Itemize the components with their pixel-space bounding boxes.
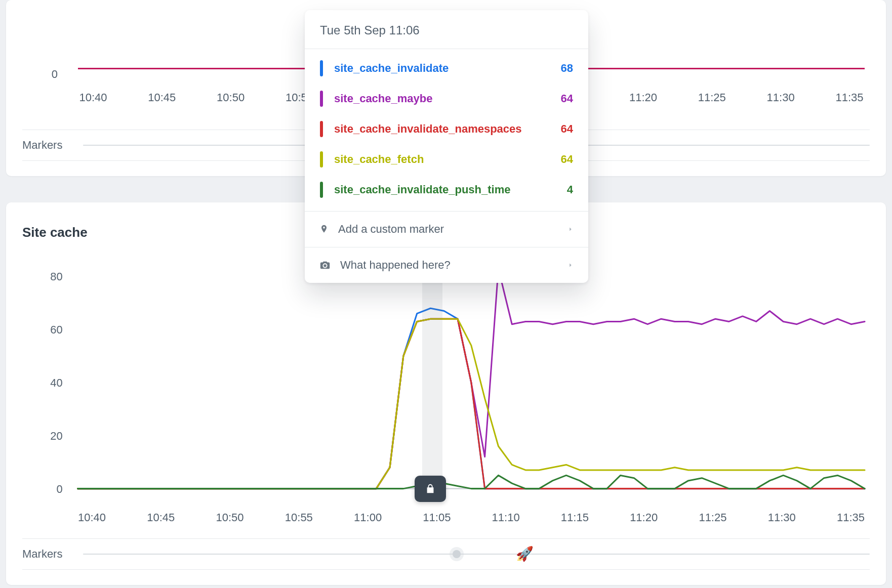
bottom-chart-y-tick: 0 <box>57 483 63 495</box>
bottom-chart-x-tick: 11:15 <box>561 511 589 524</box>
series-color-swatch <box>320 91 323 107</box>
top-chart-y-axis: 0 <box>22 15 58 71</box>
bottom-chart-x-tick: 11:00 <box>354 511 382 524</box>
map-pin-icon <box>319 223 329 236</box>
lock-icon <box>425 483 436 494</box>
bottom-chart-plot[interactable]: 020406080 <box>22 258 870 504</box>
camera-icon <box>319 260 331 271</box>
series-color-swatch <box>320 151 323 167</box>
series-value: 64 <box>553 153 573 166</box>
top-chart-y-tick: 0 <box>52 68 58 81</box>
top-chart-markers-label: Markers <box>22 139 78 152</box>
series-color-swatch <box>320 60 323 76</box>
chevron-right-icon <box>567 223 574 236</box>
bottom-chart-x-tick: 10:50 <box>216 511 244 524</box>
tooltip-timestamp: Tue 5th Sep 11:06 <box>305 10 588 49</box>
series-color-swatch <box>320 121 323 137</box>
tooltip-series-row[interactable]: site_cache_invalidate_namespaces64 <box>315 114 578 144</box>
tooltip-series-list: site_cache_invalidate68site_cache_maybe6… <box>305 49 588 211</box>
chevron-right-icon <box>567 259 574 272</box>
tooltip-series-row[interactable]: site_cache_fetch64 <box>315 144 578 175</box>
bottom-chart-y-tick: 40 <box>50 376 62 389</box>
series-value: 4 <box>553 183 573 196</box>
add-custom-marker-label: Add a custom marker <box>338 223 444 236</box>
tooltip-series-row[interactable]: site_cache_maybe64 <box>315 83 578 114</box>
bottom-chart-x-tick: 11:25 <box>699 511 726 524</box>
chart-tooltip: Tue 5th Sep 11:06 site_cache_invalidate6… <box>305 10 588 283</box>
bottom-chart-x-tick: 11:10 <box>492 511 520 524</box>
tooltip-series-row[interactable]: site_cache_invalidate_push_time4 <box>315 175 578 205</box>
bottom-chart-markers-label: Markers <box>22 548 78 561</box>
series-name: site_cache_maybe <box>334 92 545 105</box>
bottom-chart-x-tick: 11:05 <box>423 511 451 524</box>
series-line <box>78 319 865 488</box>
chart-selection-band <box>422 258 442 489</box>
bottom-chart-y-tick: 80 <box>50 270 62 283</box>
series-name: site_cache_fetch <box>334 153 545 166</box>
tooltip-series-row[interactable]: site_cache_invalidate68 <box>315 53 578 83</box>
top-chart-x-tick: 11:30 <box>765 91 796 109</box>
tooltip-actions: Add a custom marker What happened here? <box>305 211 588 283</box>
top-chart-x-tick: 10:45 <box>147 91 177 109</box>
top-chart-x-tick: 11:25 <box>697 91 727 109</box>
bottom-chart-markers-track[interactable]: 🚀 <box>83 554 870 555</box>
bottom-chart-x-tick: 11:35 <box>837 511 865 524</box>
add-custom-marker-action[interactable]: Add a custom marker <box>305 212 588 247</box>
what-happened-action[interactable]: What happened here? <box>305 247 588 283</box>
top-chart-x-tick: 11:20 <box>628 91 659 109</box>
bottom-chart-x-tick: 11:20 <box>630 511 658 524</box>
series-name: site_cache_invalidate_push_time <box>334 183 545 196</box>
series-color-swatch <box>320 182 323 198</box>
bottom-chart-title: Site cache <box>22 225 88 240</box>
bottom-chart-x-tick: 10:55 <box>285 511 313 524</box>
series-value: 68 <box>553 62 573 75</box>
bottom-chart-x-tick: 11:30 <box>768 511 796 524</box>
series-name: site_cache_invalidate <box>334 62 545 75</box>
bottom-chart-y-tick: 20 <box>50 430 62 442</box>
series-value: 64 <box>553 122 573 136</box>
series-line <box>78 475 865 488</box>
top-chart-x-tick: 10:40 <box>78 91 108 109</box>
bottom-chart-y-tick: 60 <box>50 323 62 336</box>
bottom-chart-markers-row: Markers 🚀 <box>22 538 870 570</box>
series-name: site_cache_invalidate_namespaces <box>334 122 545 136</box>
what-happened-label: What happened here? <box>340 259 451 272</box>
top-chart-x-tick: 10:50 <box>216 91 246 109</box>
marker-rocket-icon[interactable]: 🚀 <box>516 545 534 562</box>
bottom-chart-x-tick: 10:45 <box>147 511 175 524</box>
series-line <box>78 269 865 489</box>
bottom-chart-x-axis: 10:4010:4510:5010:5511:0011:0511:1011:15… <box>22 511 870 529</box>
marker-dot[interactable] <box>453 550 461 558</box>
series-value: 64 <box>553 92 573 105</box>
top-chart-x-tick: 11:35 <box>834 91 865 109</box>
bottom-chart-x-tick: 10:40 <box>78 511 106 524</box>
series-line <box>78 308 865 488</box>
bottom-chart-svg: 020406080 <box>22 258 870 504</box>
lock-badge[interactable] <box>415 476 446 502</box>
